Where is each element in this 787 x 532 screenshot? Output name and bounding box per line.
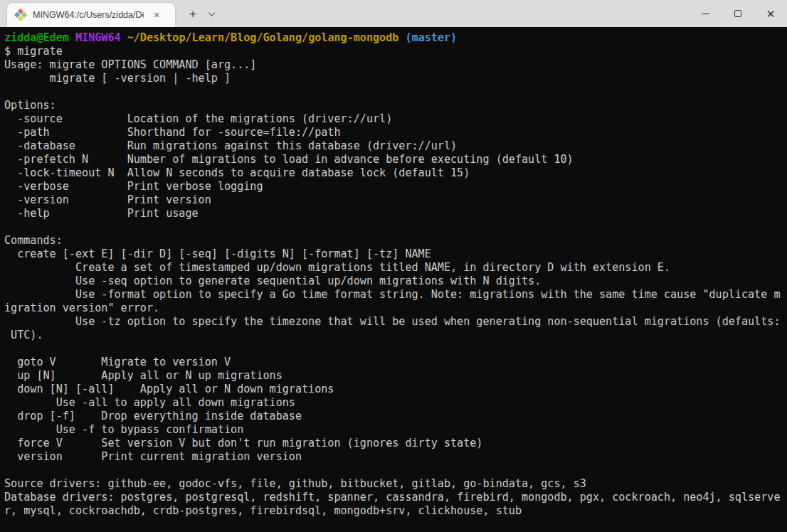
terminal-line (4, 342, 786, 356)
prompt-user-host: zidda@Edem (4, 31, 69, 44)
maximize-button[interactable] (722, 0, 754, 27)
terminal[interactable]: zidda@Edem MINGW64 ~/Desktop/Learn/Blog/… (0, 27, 787, 532)
window-controls: ✕ (689, 0, 787, 27)
terminal-line: Usage: migrate OPTIONS COMMAND [arg...] (4, 58, 786, 72)
terminal-line: force V Set version V but don't run migr… (4, 437, 786, 450)
terminal-line: Create a set of timestamped up/down migr… (4, 261, 786, 275)
terminal-line: Source drivers: github-ee, godoc-vfs, fi… (4, 477, 786, 491)
terminal-line: zidda@Edem MINGW64 ~/Desktop/Learn/Blog/… (4, 31, 786, 45)
terminal-line: -path Shorthand for -source=file://path (4, 126, 786, 139)
terminal-line: drop [-f] Drop everything inside databas… (4, 410, 786, 423)
prompt-git-branch: (master) (405, 31, 457, 44)
terminal-line: igration version" error. (4, 302, 786, 315)
close-button[interactable]: ✕ (754, 0, 787, 27)
terminal-line (4, 85, 786, 99)
terminal-line: -source Location of the migrations (driv… (4, 112, 786, 126)
terminal-line (4, 464, 786, 477)
terminal-line: $ migrate (4, 45, 786, 58)
minimize-button[interactable] (689, 0, 722, 27)
close-icon: × (154, 9, 159, 21)
terminal-line: -database Run migrations against this da… (4, 139, 786, 153)
terminal-line: Database drivers: postgres, postgresql, … (4, 491, 786, 504)
terminal-line: migrate [ -version | -help ] (4, 72, 786, 85)
close-icon: ✕ (766, 9, 776, 19)
maximize-icon (734, 10, 741, 17)
terminal-line: r, mysql, cockroachdb, crdb-postgres, fi… (4, 504, 786, 518)
terminal-line: -version Print version (4, 193, 786, 207)
prompt-path: ~/Desktop/Learn/Blog/Golang/golang-mongo… (127, 31, 399, 44)
terminal-line: -verbose Print verbose logging (4, 180, 786, 193)
terminal-output: zidda@Edem MINGW64 ~/Desktop/Learn/Blog/… (4, 31, 786, 518)
terminal-line (4, 220, 786, 234)
terminal-line: Options: (4, 99, 786, 112)
tab-close-button[interactable]: × (149, 8, 164, 22)
chevron-down-icon (208, 9, 215, 16)
terminal-line: Use -seq option to generate sequential u… (4, 275, 786, 288)
terminal-line: -prefetch N Number of migrations to load… (4, 153, 786, 166)
terminal-line: UTC). (4, 329, 786, 342)
plus-icon: + (189, 7, 196, 21)
titlebar[interactable]: MINGW64:/c/Users/zidda/Des × + ✕ (0, 0, 787, 27)
terminal-line: Use -f to bypass confirmation (4, 423, 786, 437)
prompt-shell: MINGW64 (75, 31, 121, 44)
msys2-terminal-icon (14, 9, 27, 21)
window: MINGW64:/c/Users/zidda/Des × + ✕ zidda@E… (0, 0, 787, 27)
terminal-line: Use -format option to specify a Go time … (4, 288, 786, 302)
tab-dropdown-button[interactable] (201, 5, 222, 23)
terminal-line: -help Print usage (4, 207, 786, 220)
terminal-line: down [N] [-all] Apply all or N down migr… (4, 383, 786, 396)
terminal-line: -lock-timeout N Allow N seconds to acqui… (4, 166, 786, 180)
terminal-line: create [-ext E] [-dir D] [-seq] [-digits… (4, 248, 786, 261)
tab-active[interactable]: MINGW64:/c/Users/zidda/Des × (7, 3, 175, 27)
minimize-icon (702, 14, 709, 14)
terminal-line: Use -all to apply all down migrations (4, 396, 786, 410)
tab-title: MINGW64:/c/Users/zidda/Des (33, 10, 144, 20)
terminal-line: Commands: (4, 234, 786, 248)
terminal-line: Use -tz option to specify the timezone t… (4, 315, 786, 329)
terminal-line: up [N] Apply all or N up migrations (4, 369, 786, 383)
terminal-line: version Print current migration version (4, 450, 786, 464)
terminal-line: goto V Migrate to version V (4, 356, 786, 369)
